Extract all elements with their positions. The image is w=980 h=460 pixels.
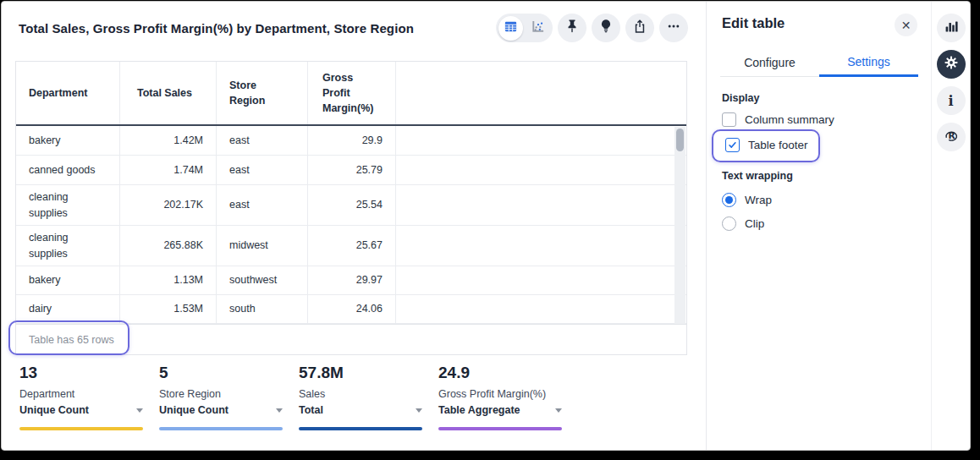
more-icon [666, 19, 681, 37]
text-wrapping-section-label: Text wrapping [722, 170, 793, 182]
table-cell: 1.13M [120, 266, 217, 294]
table-row: cleaning supplies 202.17K east 25.54 [16, 185, 686, 226]
table-row: canned goods 1.74M east 25.79 [16, 156, 686, 185]
column-header-empty [396, 62, 686, 124]
chart-view-button[interactable] [526, 16, 550, 41]
table-scrollbar-thumb[interactable] [676, 129, 684, 151]
stat-field: Sales [299, 387, 422, 401]
stat-gross-profit-margin: 24.9 Gross Profit Margin(%) Table Aggreg… [438, 364, 562, 430]
column-header-department[interactable]: Department [16, 62, 120, 124]
close-icon: ✕ [901, 19, 911, 32]
info-button[interactable]: i [937, 86, 966, 115]
share-button[interactable] [625, 14, 654, 42]
stat-color-bar [159, 427, 283, 430]
table-cell: east [217, 156, 308, 184]
column-header-total-sales[interactable]: Total Sales [120, 62, 217, 124]
chevron-down-icon [416, 408, 422, 413]
stat-value: 57.8M [299, 364, 422, 382]
table-header-row: Department Total Sales Store Region Gros… [16, 62, 686, 126]
checkbox-unchecked-icon [722, 112, 736, 127]
stat-aggregation-dropdown[interactable]: Table Aggregate [438, 403, 562, 418]
chart-view-icon [531, 19, 545, 37]
stat-color-bar [299, 427, 422, 430]
panel-tabs: Configure Settings [720, 49, 918, 77]
table-row: bakery 1.13M southwest 29.97 [16, 266, 686, 295]
stat-store-region: 5 Store Region Unique Count [159, 364, 283, 430]
table-view-icon [504, 19, 518, 37]
table-cell: 29.97 [308, 266, 396, 294]
radio-selected-icon [722, 193, 736, 207]
table-cell: cleaning supplies [16, 185, 120, 225]
table-footer: Table has 65 rows [16, 324, 686, 354]
stat-field: Gross Profit Margin(%) [438, 387, 562, 401]
visualization-button[interactable] [937, 14, 966, 42]
table-cell: midwest [217, 226, 308, 266]
checkbox-column-summary[interactable]: Column summary [722, 112, 834, 127]
summary-stats: 13 Department Unique Count 5 Store Regio… [19, 364, 562, 430]
table-row-count: Table has 65 rows [29, 334, 114, 346]
stat-aggregation-dropdown[interactable]: Unique Count [159, 403, 283, 418]
report-canvas: Total Sales, Gross Profit Margin(%) by D… [2, 2, 707, 450]
bar-chart-icon [944, 19, 959, 37]
column-header-store-region[interactable]: Store Region [217, 62, 308, 124]
table-view-button[interactable] [498, 16, 523, 41]
table-cell: dairy [16, 295, 120, 323]
table-cell [396, 226, 686, 266]
data-table: Department Total Sales Store Region Gros… [15, 61, 687, 355]
table-cell: 29.9 [308, 126, 396, 155]
chart-toolbar [496, 14, 688, 42]
radio-clip[interactable]: Clip [722, 216, 764, 231]
table-cell: southwest [217, 266, 308, 294]
radio-unselected-icon [722, 216, 736, 231]
r-console-button[interactable]: R [937, 123, 966, 151]
stat-color-bar [19, 427, 143, 430]
info-icon: i [948, 93, 953, 109]
table-cell: bakery [16, 126, 120, 155]
stat-aggregation-dropdown[interactable]: Total [299, 403, 422, 418]
table-cell: 1.74M [120, 156, 217, 184]
table-cell [396, 185, 686, 225]
table-cell: 25.54 [308, 185, 396, 225]
table-cell: 25.67 [308, 226, 396, 266]
table-scrollbar[interactable] [674, 127, 685, 324]
tab-configure[interactable]: Configure [720, 49, 819, 77]
edit-table-panel: Edit table ✕ Configure Settings Display … [707, 2, 931, 450]
column-header-gross-profit-margin[interactable]: Gross Profit Margin(%) [308, 62, 396, 124]
radio-wrap[interactable]: Wrap [722, 193, 772, 207]
right-icon-rail: i R [931, 2, 970, 450]
panel-title: Edit table [722, 15, 785, 31]
table-cell: 1.42M [120, 126, 217, 155]
close-button[interactable]: ✕ [895, 14, 917, 36]
table-row: dairy 1.53M south 24.06 [16, 295, 686, 324]
stat-sales: 57.8M Sales Total [299, 364, 422, 430]
settings-button[interactable] [937, 50, 966, 79]
stat-value: 24.9 [438, 364, 562, 382]
pin-button[interactable] [558, 14, 586, 42]
table-cell: south [217, 295, 308, 323]
table-row: cleaning supplies 265.88K midwest 25.67 [16, 226, 686, 266]
insights-button[interactable] [592, 14, 620, 42]
more-button[interactable] [659, 14, 688, 42]
gear-icon [944, 55, 959, 74]
display-section-label: Display [722, 92, 759, 104]
chevron-down-icon [136, 408, 143, 413]
view-toggle [496, 14, 553, 42]
stat-department: 13 Department Unique Count [19, 364, 143, 430]
table-cell: 265.88K [120, 226, 217, 266]
tab-settings[interactable]: Settings [819, 49, 918, 77]
r-logo-icon: R [943, 127, 960, 147]
stat-aggregation-dropdown[interactable]: Unique Count [19, 403, 143, 418]
table-cell: 25.79 [308, 156, 396, 184]
share-icon [632, 19, 647, 37]
table-cell [396, 126, 686, 155]
table-cell: 24.06 [308, 295, 396, 323]
table-cell: east [217, 126, 308, 155]
chevron-down-icon [276, 408, 283, 413]
table-cell: cleaning supplies [16, 226, 120, 266]
checkbox-table-footer[interactable]: Table footer [725, 138, 808, 152]
lightbulb-icon [598, 19, 614, 37]
app-window: Total Sales, Gross Profit Margin(%) by D… [2, 2, 970, 450]
table-cell: 1.53M [120, 295, 217, 323]
stat-color-bar [438, 427, 562, 430]
table-cell: canned goods [16, 156, 120, 184]
